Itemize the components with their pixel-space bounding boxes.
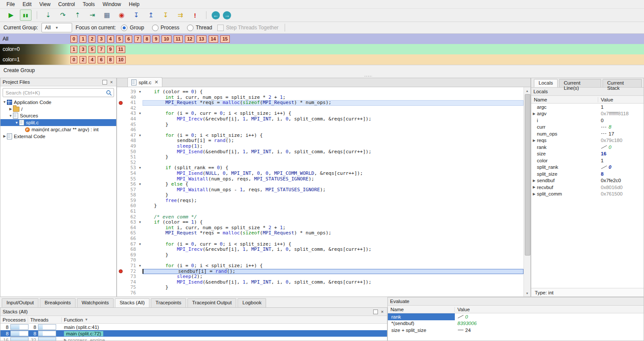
code-text[interactable] (143, 209, 523, 215)
back-button[interactable]: ← (212, 11, 220, 19)
local-row-split_size[interactable]: split_size8 (531, 170, 644, 177)
code-text[interactable]: MPI_Waitall(num_ops - 1, reqs, MPI_STATU… (143, 187, 523, 193)
code-line-41[interactable]: 41 MPI_Request *reqs = malloc(sizeof(MPI… (117, 100, 523, 106)
chevron-down-icon[interactable]: ▼ (14, 121, 19, 125)
stack-row[interactable]: 88main (split.c:41) (0, 324, 387, 330)
breakpoint-gutter[interactable] (117, 269, 124, 273)
process-box-5[interactable]: 5 (116, 35, 123, 43)
fold-arrow-icon[interactable]: ▼ (137, 242, 143, 247)
menu-tools[interactable]: Tools (79, 1, 99, 7)
add-breakpoint-button[interactable]: ◉ (116, 9, 127, 21)
scroll-up-icon[interactable]: ▲ (524, 88, 530, 94)
code-line-51[interactable]: 51 } (117, 155, 523, 160)
group-row-All[interactable]: All0123456789101112131415 (0, 34, 644, 44)
tree-item-main-int-argc-char-argv-int[interactable]: Fmain(int argc,char ** argv) : int (0, 126, 116, 133)
stacks-col-threads[interactable]: Threads (28, 317, 62, 322)
tree-item-split-c[interactable]: ▼split.c (0, 119, 116, 126)
breakpoint-gutter[interactable] (117, 101, 124, 105)
code-text[interactable] (143, 127, 523, 133)
code-text[interactable]: MPI_Irecv(&recvbuf[i], 1, MPI_INT, i, 0,… (143, 117, 523, 122)
code-text[interactable]: MPI_Isend(NULL, 0, MPI_INT, 0, 0, MPI_CO… (143, 171, 523, 177)
local-row-rank[interactable]: rank0 (531, 144, 644, 151)
process-box-4[interactable]: 4 (89, 56, 95, 63)
process-box-1[interactable]: 1 (70, 46, 77, 53)
locals-col-value[interactable]: Value (598, 97, 644, 102)
close-panel-icon[interactable]: × (380, 309, 385, 314)
chevron-right-icon[interactable]: ▶ (531, 139, 537, 142)
stacks-col-processes[interactable]: Processes (0, 317, 28, 322)
process-box-2[interactable]: 2 (89, 35, 95, 43)
code-text[interactable]: sleep(2); (143, 274, 523, 280)
process-box-3[interactable]: 3 (98, 35, 105, 43)
local-row-reqs[interactable]: ▶reqs0x79c180 (531, 137, 644, 144)
code-text[interactable]: } (143, 285, 523, 290)
code-line-60[interactable]: 60 } (117, 203, 523, 209)
stack-row[interactable]: 1632▶progress_engine (0, 337, 387, 341)
fold-arrow-icon[interactable]: ▼ (137, 182, 143, 187)
code-text[interactable]: } (143, 193, 523, 198)
local-row-i[interactable]: i0 (531, 117, 644, 124)
tab-input-output[interactable]: Input/Output (2, 298, 38, 307)
code-line-44[interactable]: 44 MPI_Irecv(&recvbuf[i], 1, MPI_INT, i,… (117, 117, 523, 122)
menu-window[interactable]: Window (99, 1, 125, 7)
down-stack-button[interactable]: ↧ (130, 9, 142, 21)
menu-control[interactable]: Control (54, 1, 79, 7)
process-box-10[interactable]: 10 (162, 35, 171, 43)
local-row-split_comm[interactable]: ▶split_comm0x761500 (531, 191, 644, 198)
process-box-12[interactable]: 12 (185, 35, 194, 43)
code-line-74[interactable]: 74 MPI_Isend(&sendbuf[i], 1, MPI_INT, i,… (117, 280, 523, 285)
code-text[interactable]: MPI_Request *reqs = malloc(sizeof(MPI_Re… (143, 100, 523, 106)
tab-split-c[interactable]: split.c ✕ (127, 77, 162, 87)
tab-tracepoint-output[interactable]: Tracepoint Output (187, 298, 237, 307)
float-panel-icon[interactable] (102, 80, 107, 85)
tab-current-stack[interactable]: Current Stack (603, 79, 642, 87)
process-box-7[interactable]: 7 (98, 46, 105, 53)
splitter-grip[interactable] (364, 76, 372, 77)
code-text[interactable]: free(reqs); (143, 198, 523, 204)
process-box-6[interactable]: 6 (98, 56, 105, 63)
process-box-9[interactable]: 9 (152, 35, 159, 43)
tree-item-sources[interactable]: ▼Sources (0, 113, 116, 120)
process-box-0[interactable]: 0 (70, 56, 77, 63)
breakpoint-icon[interactable] (119, 101, 123, 105)
code-text[interactable]: if (color == 1) { (143, 220, 523, 225)
code-line-56[interactable]: 56▼ } else { (117, 182, 523, 187)
tree-item-external-code[interactable]: ▶External Code (0, 133, 116, 140)
code-text[interactable]: MPI_Irecv(&recvbuf[i], 1, MPI_INT, i, 0,… (143, 247, 523, 253)
code-text[interactable]: } (143, 122, 523, 128)
process-box-8[interactable]: 8 (107, 56, 114, 63)
float-panel-icon[interactable] (373, 309, 378, 314)
process-box-13[interactable]: 13 (197, 35, 206, 43)
process-box-1[interactable]: 1 (79, 35, 86, 43)
chevron-right-icon[interactable]: ▶ (2, 134, 7, 138)
code-line-71[interactable]: 71▼ for (i = 0; i < split_size; i++) { (117, 263, 523, 269)
code-text[interactable]: } (143, 155, 523, 160)
step-threads-checkbox[interactable] (217, 25, 224, 31)
process-box-11[interactable]: 11 (174, 35, 183, 43)
abort-button[interactable]: ! (189, 9, 201, 21)
code-text[interactable]: MPI_Request *reqs = malloc(sizeof(MPI_Re… (143, 230, 523, 236)
evaluate-col-name[interactable]: Name (388, 307, 455, 312)
process-box-5[interactable]: 5 (89, 46, 95, 53)
code-line-76[interactable]: 76 (117, 290, 523, 296)
tree-item-application-code[interactable]: ▼Application Code (0, 99, 116, 106)
code-line-65[interactable]: 65 MPI_Request *reqs = malloc(sizeof(MPI… (117, 230, 523, 236)
code-line-54[interactable]: 54 MPI_Isend(NULL, 0, MPI_INT, 0, 0, MPI… (117, 171, 523, 177)
code-text[interactable] (143, 290, 523, 296)
code-line-75[interactable]: 75 } (117, 285, 523, 290)
code-text[interactable]: } (143, 253, 523, 258)
search-input[interactable] (3, 88, 114, 97)
local-row-size[interactable]: size16 (531, 151, 644, 158)
local-row-curr[interactable]: curr8 (531, 124, 644, 131)
forward-button[interactable]: → (223, 11, 231, 19)
fold-arrow-icon[interactable]: ▼ (137, 133, 143, 139)
step-into-button[interactable]: ⇣ (42, 9, 54, 21)
chevron-right-icon[interactable]: ▶ (531, 185, 537, 189)
code-line-58[interactable]: 58 } (117, 193, 523, 198)
editor-scrollbar[interactable]: ▲ ▼ (523, 87, 530, 297)
evaluate-row[interactable]: size + split_size24 (388, 327, 644, 334)
code-text[interactable]: if (color == 0) { (143, 89, 523, 95)
step-out-button[interactable]: ⇡ (72, 9, 83, 21)
code-line-69[interactable]: 69 } (117, 253, 523, 258)
close-tab-icon[interactable]: ✕ (154, 79, 158, 85)
